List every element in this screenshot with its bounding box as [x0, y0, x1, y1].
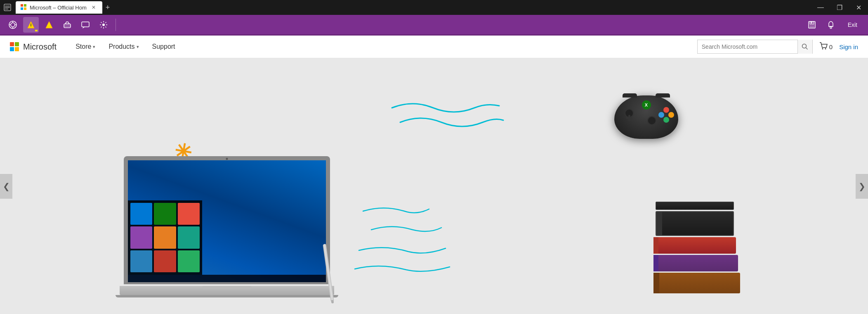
browser-tab[interactable]: Microsoft – Official Hom ✕: [16, 1, 102, 14]
chevron-right-icon: ❯: [859, 181, 866, 191]
svg-point-40: [825, 48, 826, 49]
svg-point-22: [102, 24, 105, 26]
svg-point-9: [11, 23, 15, 27]
svg-point-39: [822, 48, 823, 49]
svg-line-27: [101, 22, 102, 23]
cart-icon: [819, 42, 828, 52]
svg-rect-20: [82, 22, 89, 27]
nav-support-link[interactable]: Support: [146, 36, 182, 58]
svg-rect-3: [5, 9, 8, 10]
close-button[interactable]: ✕: [849, 0, 868, 15]
highlight-active-button[interactable]: [23, 17, 39, 33]
save-button[interactable]: [804, 17, 820, 33]
svg-rect-6: [21, 7, 23, 10]
restore-button[interactable]: ❐: [830, 0, 849, 15]
carousel-next-button[interactable]: ❯: [856, 174, 868, 199]
window-controls: — ❐ ✕: [811, 0, 868, 15]
cart-count: 0: [829, 43, 833, 50]
browser-icon: [3, 3, 12, 12]
chevron-left-icon: ❮: [3, 181, 10, 191]
toolbar-divider: [116, 19, 116, 31]
carousel-prev-button[interactable]: ❮: [0, 174, 12, 199]
svg-marker-16: [46, 21, 52, 28]
books-illustration: [656, 202, 740, 293]
svg-rect-33: [809, 25, 814, 28]
comment-button[interactable]: [78, 17, 93, 33]
logo-blue: [10, 47, 14, 51]
search-input[interactable]: [698, 40, 797, 53]
svg-point-36: [830, 27, 832, 29]
hero-section: ❮ ✳ ✳ ✳ ✳: [0, 58, 868, 314]
svg-rect-4: [21, 4, 23, 7]
products-chevron-icon: ▾: [137, 44, 139, 50]
target-tool-button[interactable]: [5, 17, 21, 33]
svg-point-37: [802, 44, 807, 48]
nav-products-label: Products: [108, 43, 134, 50]
nav-store-link[interactable]: Store ▾: [69, 36, 102, 58]
svg-line-28: [106, 26, 106, 27]
svg-rect-1: [5, 6, 10, 7]
ms-logo-grid: [10, 42, 19, 51]
tab-favicon: [21, 4, 26, 11]
logo-green: [15, 42, 19, 46]
microsoft-logo[interactable]: Microsoft: [10, 42, 57, 52]
store-chevron-icon: ▾: [93, 44, 95, 50]
toolbar-right-area: Exit: [804, 17, 863, 33]
search-box: [697, 40, 813, 54]
nav-products-link[interactable]: Products ▾: [102, 36, 145, 58]
cart-link[interactable]: 0: [819, 42, 833, 52]
laptop-illustration: [124, 156, 338, 297]
hero-content: ✳ ✳ ✳ ✳: [0, 58, 868, 314]
search-submit-button[interactable]: [797, 40, 812, 54]
svg-rect-5: [24, 4, 26, 7]
svg-rect-34: [811, 21, 812, 24]
logo-red: [10, 42, 14, 46]
nav-support-label: Support: [152, 43, 175, 50]
ms-logo-text: Microsoft: [23, 42, 57, 52]
tab-close-button[interactable]: ✕: [90, 4, 97, 11]
titlebar: Microsoft – Official Hom ✕ + — ❐ ✕: [0, 0, 868, 15]
svg-line-29: [106, 22, 106, 23]
annotation-toolbar: Exit: [0, 15, 868, 36]
svg-rect-2: [5, 7, 10, 8]
xbox-controller-illustration: X: [614, 95, 678, 139]
nav-store-label: Store: [75, 43, 91, 50]
highlight-button[interactable]: [41, 17, 57, 33]
svg-line-30: [101, 26, 102, 27]
new-tab-button[interactable]: +: [102, 4, 113, 11]
tab-title: Microsoft – Official Hom: [30, 5, 87, 11]
exit-button[interactable]: Exit: [842, 19, 863, 31]
svg-rect-7: [24, 7, 26, 10]
notifications-button[interactable]: [823, 17, 839, 33]
svg-line-38: [806, 48, 808, 50]
logo-yellow: [15, 47, 19, 51]
eraser-button[interactable]: [59, 17, 75, 33]
signin-link[interactable]: Sign in: [839, 43, 858, 50]
svg-marker-19: [65, 22, 69, 24]
navbar-right: 0 Sign in: [697, 40, 858, 54]
sparkle-button[interactable]: [96, 17, 111, 33]
minimize-button[interactable]: —: [811, 0, 830, 15]
navbar: Microsoft Store ▾ Products ▾ Support: [0, 36, 868, 58]
